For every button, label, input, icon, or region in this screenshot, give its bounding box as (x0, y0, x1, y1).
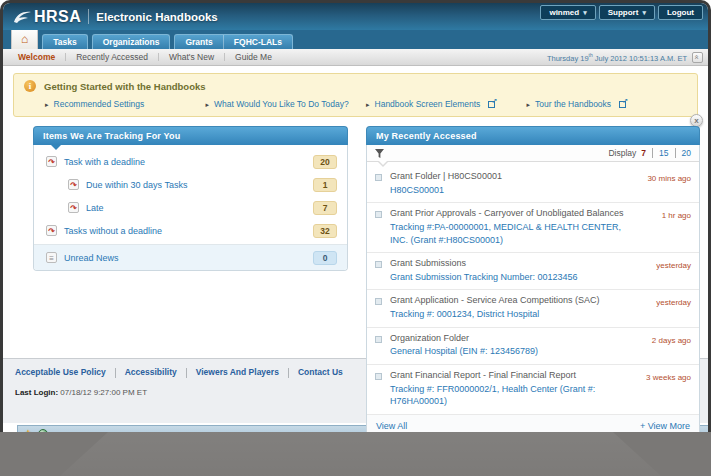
recent-item-link[interactable]: Grant Submission Tracking Number: 001234… (390, 271, 626, 284)
tracking-row-no-deadline: Tasks without a deadline 32 (34, 219, 347, 242)
recent-item-link[interactable]: Tracking #: 0001234, District Hospital (390, 308, 626, 321)
news-icon (46, 252, 57, 263)
current-datetime: Thursday 19th July 2012 10:51:13 A.M. ET (547, 52, 703, 63)
count-badge: 7 (313, 201, 337, 215)
external-link-icon (619, 100, 627, 108)
tracking-link[interactable]: Late (86, 203, 104, 213)
display-20[interactable]: 20 (675, 148, 691, 158)
bullet-arrow-icon (527, 99, 531, 109)
hhs-eagle-logo-icon (12, 9, 32, 25)
recent-item-time: yesterday (631, 258, 691, 283)
logo-divider (88, 9, 89, 24)
recent-item-time: 1 hr ago (631, 208, 691, 246)
app-title: Electronic Handbooks (96, 11, 217, 23)
link-recommended-settings[interactable]: Recommended Settings (45, 99, 206, 109)
recent-item-title: Grant Application - Service Area Competi… (390, 295, 626, 307)
filter-row: Display 7 15 20 (367, 145, 699, 162)
count-badge: 0 (313, 251, 337, 265)
chevron-down-icon (583, 8, 587, 17)
tracking-panel: Items We Are Tracking For You Task with … (33, 126, 348, 271)
task-icon (46, 225, 57, 236)
recent-item-time: yesterday (631, 295, 691, 320)
display-7[interactable]: 7 (641, 148, 646, 158)
bullet-square-icon (375, 336, 382, 343)
tab-home[interactable] (11, 27, 38, 49)
tracking-link[interactable]: Task with a deadline (64, 157, 145, 167)
recent-item-title: Grant Financial Report - Final Financial… (390, 370, 626, 382)
view-more-link[interactable]: + View More (640, 421, 690, 431)
bullet-square-icon (375, 298, 382, 305)
tab-organizations[interactable]: Organizations (92, 34, 171, 50)
monitor-mockup: HRSA Electronic Handbooks winmed Support… (0, 0, 711, 476)
recent-item-link[interactable]: Tracking #:PA-00000001, MEDICAL & HEALTH… (390, 221, 626, 246)
subnav-welcome[interactable]: Welcome (8, 53, 66, 62)
banner-title: Getting Started with the Handbooks (44, 81, 206, 92)
bullet-arrow-icon (206, 99, 210, 109)
display-count-control: Display 7 15 20 (608, 148, 691, 158)
tab-tasks[interactable]: Tasks (42, 34, 87, 50)
recently-accessed-header: My Recently Accessed (366, 126, 700, 145)
support-menu-button[interactable]: Support (599, 5, 655, 20)
recent-item-row: Grant Folder | H80CS00001 H80CS00001 30 … (367, 166, 699, 203)
logout-button[interactable]: Logout (658, 5, 703, 20)
home-icon (21, 29, 28, 46)
bullet-square-icon (375, 211, 382, 218)
display-15[interactable]: 15 (652, 148, 668, 158)
filter-funnel-icon[interactable] (375, 149, 384, 158)
tracking-row-unread-news: Unread News 0 (34, 244, 347, 270)
tracking-panel-header: Items We Are Tracking For You (33, 126, 348, 145)
recent-item-title: Grant Folder | H80CS00001 (390, 171, 626, 183)
link-tour-the-handbooks[interactable]: Tour the Handbooks (527, 99, 688, 109)
browser-screen: HRSA Electronic Handbooks winmed Support… (0, 0, 711, 433)
external-link-icon (488, 100, 496, 108)
bullet-arrow-icon (366, 99, 370, 109)
task-icon (68, 202, 79, 213)
recent-item-link[interactable]: H80CS00001 (390, 184, 626, 197)
bullet-arrow-icon (45, 99, 49, 109)
view-all-link[interactable]: View All (376, 421, 407, 431)
recent-item-row: Grant Submissions Grant Submission Track… (367, 253, 699, 290)
info-icon: i (24, 80, 36, 92)
recent-item-link[interactable]: General Hospital (EIN #: 123456789) (390, 345, 626, 358)
collapse-datebar-icon[interactable] (692, 52, 703, 63)
tracking-row-late: Late 7 (34, 196, 347, 219)
link-handbook-screen-elements[interactable]: Handbook Screen Elements (366, 99, 527, 109)
tracking-row-deadline: Task with a deadline 20 (34, 150, 347, 173)
subnav-recently-accessed[interactable]: Recently Accessed (66, 53, 159, 62)
page-content: i Getting Started with the Handbooks Rec… (3, 73, 708, 358)
count-badge: 32 (313, 224, 337, 238)
recently-accessed-panel: My Recently Accessed Display 7 15 (366, 126, 700, 433)
recent-item-title: Grant Prior Approvals - Carryover of Uno… (390, 208, 626, 220)
recent-item-title: Organization Folder (390, 333, 626, 345)
recent-item-time: 30 mins ago (631, 171, 691, 196)
bullet-square-icon (375, 174, 382, 181)
recent-item-title: Grant Submissions (390, 258, 626, 270)
sub-nav-bar: Welcome Recently Accessed What's New Gui… (3, 49, 708, 66)
app-header: HRSA Electronic Handbooks winmed Support… (3, 3, 708, 30)
header-buttons: winmed Support Logout (540, 5, 703, 20)
recent-item-row: Grant Application - Service Area Competi… (367, 290, 699, 327)
tracking-link[interactable]: Due within 30 days Tasks (86, 180, 187, 190)
subnav-guide-me[interactable]: Guide Me (225, 53, 282, 62)
subnav-whats-new[interactable]: What's New (159, 53, 225, 62)
recent-item-row: Grant Prior Approvals - Carryover of Uno… (367, 203, 699, 253)
tab-grants[interactable]: Grants (175, 35, 222, 50)
recent-item-time: 3 weeks ago (631, 370, 691, 408)
link-what-would-you-like[interactable]: What Would You Like To Do Today? (206, 99, 367, 109)
hrsa-logo: HRSA (34, 8, 81, 26)
task-icon (68, 179, 79, 190)
recent-item-link[interactable]: Tracking #: FFR0000002/1, Health Center … (390, 383, 626, 408)
monitor-stand (0, 432, 711, 476)
main-tab-bar: Tasks Organizations Grants FQHC-LALs (3, 30, 708, 49)
tracking-link[interactable]: Tasks without a deadline (64, 226, 162, 236)
tab-fqhc-lals[interactable]: FQHC-LALs (223, 35, 292, 50)
tracking-row-due-30: Due within 30 days Tasks 1 (34, 173, 347, 196)
recent-item-time: 2 days ago (631, 333, 691, 358)
user-menu-button[interactable]: winmed (540, 5, 595, 20)
recent-item-row: Organization Folder General Hospital (EI… (367, 328, 699, 365)
chevron-down-icon (642, 8, 646, 17)
tracking-link[interactable]: Unread News (64, 253, 119, 263)
count-badge: 1 (313, 178, 337, 192)
count-badge: 20 (313, 155, 337, 169)
tab-group-grants: Grants FQHC-LALs (174, 34, 293, 50)
